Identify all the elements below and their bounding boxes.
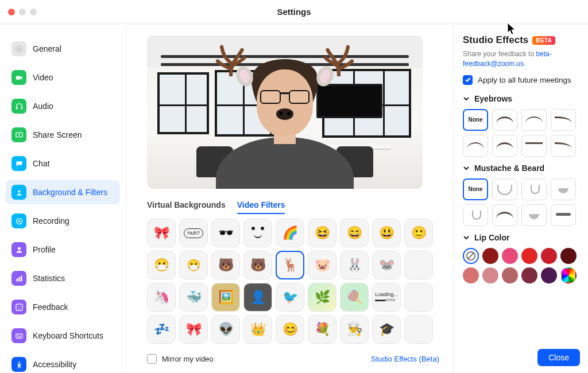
filter-tile[interactable]: 🖼️: [211, 283, 240, 312]
sidebar-item-chat[interactable]: Chat: [6, 151, 120, 176]
section-toggle-lip-color[interactable]: Lip Color: [463, 233, 580, 242]
beard-option[interactable]: [521, 204, 547, 226]
lip-color-swatch[interactable]: [521, 267, 537, 283]
beard-option[interactable]: [551, 178, 576, 200]
studio-effects-link[interactable]: Studio Effects (Beta): [371, 355, 439, 363]
lip-color-custom[interactable]: [560, 267, 577, 283]
video-preview: [147, 36, 423, 189]
beard-option[interactable]: [521, 178, 547, 200]
filter-tile[interactable]: 🦄: [147, 283, 176, 312]
lip-color-swatch[interactable]: [482, 248, 498, 264]
filter-tile[interactable]: 🐰: [340, 251, 369, 279]
sidebar-item-profile[interactable]: Profile: [6, 238, 120, 262]
lip-color-swatch[interactable]: [502, 248, 518, 264]
filter-tile[interactable]: Loading...▬▬▭▭: [372, 283, 401, 312]
filter-tile[interactable]: 🍭: [340, 283, 369, 312]
section-toggle-eyebrows[interactable]: Eyebrows: [463, 94, 580, 103]
filter-tile[interactable]: 💤: [147, 315, 176, 344]
window-title: Settings: [0, 7, 588, 17]
eyebrow-option[interactable]: [551, 135, 576, 157]
filter-tile[interactable]: 🐦: [276, 283, 304, 312]
filter-tile[interactable]: 🎀: [179, 315, 208, 344]
lip-color-swatch[interactable]: [502, 267, 518, 283]
filter-tile[interactable]: 😄: [340, 219, 369, 247]
beard-option[interactable]: [463, 204, 488, 226]
filter-tile[interactable]: 👤: [243, 283, 272, 312]
beard-option[interactable]: [492, 204, 517, 226]
filter-tile[interactable]: 💐: [308, 315, 336, 344]
title-text: Studio Effects: [463, 34, 528, 46]
person-frame-icon: [11, 185, 26, 200]
tab-video-filters[interactable]: Video Filters: [237, 197, 285, 214]
eyebrow-option[interactable]: [492, 135, 517, 157]
filter-tile[interactable]: 🐳: [179, 283, 208, 312]
close-button[interactable]: Close: [537, 349, 580, 366]
filter-tile[interactable]: 😃: [372, 219, 401, 247]
filter-tile[interactable]: 😊: [276, 315, 304, 344]
filter-tile[interactable]: 👑: [243, 315, 272, 344]
filter-tile[interactable]: 😷: [147, 251, 176, 279]
sidebar-item-video[interactable]: Video: [6, 65, 120, 90]
filter-tile[interactable]: [404, 251, 433, 279]
filter-tile[interactable]: 😆: [308, 219, 336, 247]
filter-tile[interactable]: 🐭: [372, 251, 401, 279]
lip-color-swatch[interactable]: [463, 267, 479, 283]
svg-rect-9: [16, 278, 18, 281]
filter-tile[interactable]: [404, 315, 433, 344]
filter-tile[interactable]: [404, 283, 433, 312]
lip-color-none[interactable]: [463, 248, 479, 264]
eyebrow-option[interactable]: [551, 109, 576, 131]
filter-tile[interactable]: 😷: [179, 251, 208, 279]
filter-tile[interactable]: 🎀: [147, 219, 176, 247]
filter-tile[interactable]: 🌿: [308, 283, 336, 312]
beard-option[interactable]: [551, 204, 576, 226]
sidebar-item-label: General: [33, 44, 61, 53]
sidebar-item-feedback[interactable]: Feedback: [6, 295, 120, 319]
filter-tile[interactable]: 🌈: [276, 219, 304, 247]
filter-tile-reindeer[interactable]: 🦌: [276, 251, 304, 279]
minimize-window-icon[interactable]: [19, 9, 26, 15]
sidebar-item-keyboard-shortcuts[interactable]: Keyboard Shortcuts: [6, 324, 120, 348]
lip-color-swatch[interactable]: [560, 248, 577, 264]
filter-tile[interactable]: 🙂: [404, 219, 433, 247]
filter-tile[interactable]: 🐷: [308, 251, 336, 279]
checkbox-icon: [147, 354, 157, 364]
filter-tile[interactable]: 🐻: [211, 251, 240, 279]
mirror-video-checkbox[interactable]: Mirror my video: [147, 354, 214, 364]
sidebar-item-general[interactable]: General: [6, 37, 120, 61]
sidebar-item-accessibility[interactable]: Accessibility: [6, 352, 120, 373]
eyebrow-option[interactable]: [463, 135, 488, 157]
beard-option-none[interactable]: None: [463, 178, 488, 200]
eyebrow-option[interactable]: [521, 135, 547, 157]
filter-tile[interactable]: [243, 219, 272, 247]
tab-virtual-backgrounds[interactable]: Virtual Backgrounds: [147, 197, 226, 214]
apply-all-label: Apply to all future meetings: [478, 76, 571, 84]
eyebrow-option[interactable]: [492, 109, 517, 131]
filter-tile[interactable]: 🐻: [243, 251, 272, 279]
filter-tile[interactable]: Huh?: [179, 219, 208, 247]
filter-tile[interactable]: 👽: [211, 315, 240, 344]
beard-option[interactable]: [492, 178, 517, 200]
lip-color-swatch[interactable]: [541, 248, 557, 264]
lip-color-swatch[interactable]: [521, 248, 537, 264]
apply-all-checkbox[interactable]: Apply to all future meetings: [463, 75, 580, 85]
sidebar-item-share-screen[interactable]: Share Screen: [6, 123, 120, 147]
lip-color-swatch[interactable]: [482, 267, 498, 283]
lip-color-swatch[interactable]: [541, 267, 557, 283]
video-icon: [11, 70, 26, 85]
sidebar-item-background-filters[interactable]: Background & Filters: [6, 180, 120, 204]
filter-tile[interactable]: 🎓: [372, 315, 401, 344]
video-filter-grid: 🎀 Huh? 🕶️ 🌈 😆 😄 😃 🙂 😷 😷 🐻 🐻 🦌 🐷 🐰 🐭: [147, 219, 439, 344]
eyebrow-option-none[interactable]: None: [463, 109, 488, 131]
sidebar-item-recording[interactable]: Recording: [6, 209, 120, 233]
close-window-icon[interactable]: [8, 9, 15, 15]
svg-point-20: [18, 361, 20, 363]
filter-tile[interactable]: 👨‍🍳: [340, 315, 369, 344]
sidebar-item-statistics[interactable]: Statistics: [6, 266, 120, 290]
eyebrow-option[interactable]: [521, 109, 547, 131]
window-controls[interactable]: [8, 9, 37, 15]
maximize-window-icon[interactable]: [30, 9, 37, 15]
section-toggle-mustache-beard[interactable]: Mustache & Beard: [463, 164, 580, 173]
sidebar-item-audio[interactable]: Audio: [6, 94, 120, 118]
filter-tile[interactable]: 🕶️: [211, 219, 240, 247]
